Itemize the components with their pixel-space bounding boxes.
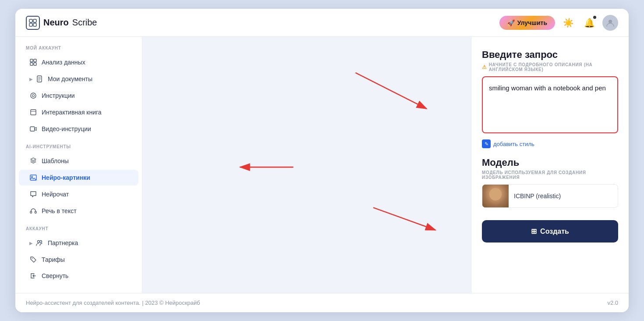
create-button[interactable]: ⊞ Создать xyxy=(482,220,618,243)
sidebar-item-interactive-book[interactable]: Интерактивная книга xyxy=(19,104,138,120)
sidebar-item-neuro-images[interactable]: Нейро-картинки xyxy=(19,170,138,185)
svg-point-19 xyxy=(32,176,33,178)
sidebar-item-tariffs[interactable]: Тарифы xyxy=(19,252,138,268)
chevron-right-icon: ▶ xyxy=(29,77,33,82)
query-section: Введите запрос ⚠ НАЧНИТЕ С ПОДРОБНОГО ОП… xyxy=(482,49,618,148)
sidebar-collapse-label: Свернуть xyxy=(42,272,68,279)
svg-rect-17 xyxy=(30,127,35,131)
sidebar-section-my-account-label: МОЙ АККАУНТ xyxy=(15,46,142,50)
app-window: NeuroScribe 🚀 Улучшить ☀️ 🔔 xyxy=(15,9,629,312)
model-subtitle: МОДЕЛЬ ИСПОЛЬЗУЕМАЯ ДЛЯ СОЗДАНИЯ ИЗОБРАЖ… xyxy=(482,170,618,180)
main-layout: МОЙ АККАУНТ Анализ данных ▶ xyxy=(15,37,629,293)
sidebar-item-neuro-images-label: Нейро-картинки xyxy=(42,174,90,181)
sidebar-item-data-analysis[interactable]: Анализ данных xyxy=(19,54,138,70)
upgrade-button[interactable]: 🚀 Улучшить xyxy=(499,16,555,30)
sidebar-item-my-docs[interactable]: ▶ Мои документы xyxy=(19,71,138,87)
sidebar-collapse-button[interactable]: Свернуть xyxy=(19,268,138,284)
add-style-button[interactable]: ✎ добавить стиль xyxy=(482,139,534,148)
sidebar-section-account-label: АККАУНТ xyxy=(15,226,142,231)
model-title: Модель xyxy=(482,157,618,168)
sidebar-item-my-docs-label: Мои документы xyxy=(48,75,92,82)
headphones-icon xyxy=(29,207,37,215)
logo: NeuroScribe xyxy=(26,16,97,30)
svg-rect-6 xyxy=(34,59,36,62)
grid-icon xyxy=(29,58,37,66)
rocket-icon: 🚀 xyxy=(507,19,515,26)
sidebar-item-data-analysis-label: Анализ данных xyxy=(42,59,85,66)
sidebar-item-tariffs-label: Тарифы xyxy=(42,256,65,263)
sun-icon: ☀️ xyxy=(563,18,574,28)
query-textarea[interactable] xyxy=(482,76,618,133)
theme-toggle-button[interactable]: ☀️ xyxy=(560,15,576,31)
footer-copyright: Нейро-ассистент для создателей контента.… xyxy=(26,300,200,306)
sidebar-item-partner[interactable]: ▶ Партнерка xyxy=(19,235,138,251)
svg-rect-7 xyxy=(30,63,33,65)
sidebar-item-neuro-chat-label: Нейрочат xyxy=(42,191,69,198)
sidebar-item-speech-to-text[interactable]: Речь в текст xyxy=(19,203,138,219)
avatar[interactable] xyxy=(602,15,618,31)
sidebar-item-instructions-label: Инструкции xyxy=(42,92,75,99)
footer: Нейро-ассистент для создателей контента.… xyxy=(15,293,629,312)
svg-point-24 xyxy=(32,258,33,259)
model-card[interactable]: ICBINP (realistic) xyxy=(482,184,618,208)
svg-rect-20 xyxy=(30,211,32,213)
svg-rect-2 xyxy=(29,23,32,26)
svg-rect-5 xyxy=(30,59,33,62)
panel-title: Введите запрос xyxy=(482,49,618,61)
header-right: 🚀 Улучшить ☀️ 🔔 xyxy=(499,15,618,31)
svg-point-22 xyxy=(38,241,40,243)
create-icon: ⊞ xyxy=(531,227,537,235)
right-panel: Введите запрос ⚠ НАЧНИТЕ С ПОДРОБНОГО ОП… xyxy=(471,37,629,293)
model-thumbnail xyxy=(482,185,509,207)
header: NeuroScribe 🚀 Улучшить ☀️ 🔔 xyxy=(15,9,629,37)
upgrade-label: Улучшить xyxy=(517,19,547,26)
logo-text-neuro: Neuro xyxy=(43,18,69,28)
svg-point-14 xyxy=(32,95,35,97)
svg-rect-3 xyxy=(33,23,36,26)
svg-point-13 xyxy=(31,93,36,98)
sidebar-item-partner-label: Партнерка xyxy=(48,239,78,246)
model-section: Модель МОДЕЛЬ ИСПОЛЬЗУЕМАЯ ДЛЯ СОЗДАНИЯ … xyxy=(482,157,618,208)
model-face-image xyxy=(482,185,509,207)
notification-wrapper: 🔔 xyxy=(581,15,597,31)
svg-rect-8 xyxy=(34,63,36,65)
sidebar-item-templates-label: Шаблоны xyxy=(42,157,69,164)
svg-rect-21 xyxy=(35,211,37,213)
sidebar: МОЙ АККАУНТ Анализ данных ▶ xyxy=(15,37,142,293)
panel-subtitle: ⚠ НАЧНИТЕ С ПОДРОБНОГО ОПИСАНИЯ (НА АНГЛ… xyxy=(482,62,618,72)
content-area xyxy=(142,37,471,293)
sidebar-item-speech-to-text-label: Речь в текст xyxy=(42,207,77,214)
collapse-icon xyxy=(29,272,37,280)
svg-point-23 xyxy=(40,241,42,243)
sidebar-item-instructions[interactable]: Инструкции xyxy=(19,88,138,103)
panel-subtitle-text: НАЧНИТЕ С ПОДРОБНОГО ОПИСАНИЯ (НА АНГЛИЙ… xyxy=(489,62,618,72)
chevron-right-icon-2: ▶ xyxy=(29,241,33,246)
layers-icon xyxy=(29,157,37,165)
warn-icon: ⚠ xyxy=(482,64,487,70)
sidebar-item-templates[interactable]: Шаблоны xyxy=(19,153,138,169)
bell-icon: 🔔 xyxy=(584,18,595,28)
doc-icon xyxy=(35,75,43,83)
svg-rect-1 xyxy=(33,19,36,22)
svg-rect-0 xyxy=(29,19,32,22)
footer-version: v2.0 xyxy=(607,300,618,306)
sidebar-item-video-instructions-label: Видео-инструции xyxy=(42,125,91,132)
svg-point-4 xyxy=(609,20,612,23)
sidebar-item-neuro-chat[interactable]: Нейрочат xyxy=(19,186,138,202)
add-style-label: добавить стиль xyxy=(493,141,534,147)
tag-icon xyxy=(29,256,37,264)
logo-text-scribe: Scribe xyxy=(72,18,97,28)
book-icon xyxy=(29,108,37,116)
create-label: Создать xyxy=(540,228,569,235)
partner-icon xyxy=(35,239,43,247)
chat-icon xyxy=(29,190,37,198)
sidebar-section-ai-tools-label: AI-ИНСТРУМЕНТЫ xyxy=(15,144,142,149)
video-icon xyxy=(29,125,37,133)
logo-icon xyxy=(26,16,40,30)
sidebar-item-video-instructions[interactable]: Видео-инструции xyxy=(19,121,138,137)
circle-icon xyxy=(29,92,37,100)
sidebar-item-interactive-book-label: Интерактивная книга xyxy=(42,109,102,116)
model-name-label: ICBINP (realistic) xyxy=(509,193,566,200)
image-icon xyxy=(29,174,37,182)
notification-button[interactable]: 🔔 xyxy=(581,15,597,31)
